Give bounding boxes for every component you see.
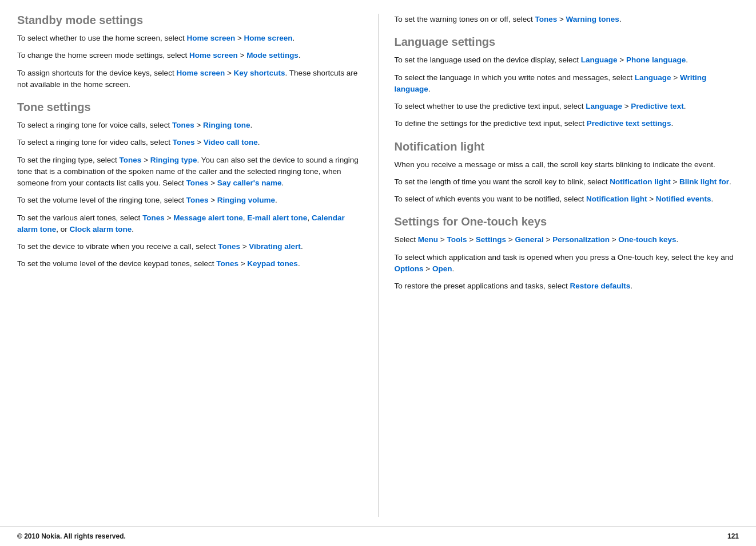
tone-p7: To set the volume level of the device ke…: [17, 258, 362, 270]
standby-p1: To select whether to use the home screen…: [17, 33, 362, 44]
link-tones-6[interactable]: Tones: [142, 213, 165, 222]
link-tones-2[interactable]: Tones: [173, 138, 195, 147]
link-one-touch-keys[interactable]: One-touch keys: [618, 235, 676, 244]
link-vibrating-alert[interactable]: Vibrating alert: [249, 242, 301, 251]
link-blink-light-for[interactable]: Blink light for: [679, 177, 729, 186]
link-restore-defaults[interactable]: Restore defaults: [570, 282, 630, 290]
tone-p5: To set the various alert tones, select T…: [17, 212, 362, 236]
tone-p3: To set the ringing type, select Tones > …: [17, 155, 362, 189]
link-language-1[interactable]: Language: [581, 56, 618, 64]
one-touch-keys-title: Settings for One-touch keys: [395, 215, 739, 228]
link-settings[interactable]: Settings: [476, 235, 506, 244]
link-notification-light-2[interactable]: Notification light: [586, 195, 647, 203]
link-tones-5[interactable]: Tones: [186, 196, 209, 204]
link-ringing-volume[interactable]: Ringing volume: [217, 196, 275, 204]
link-home-screen-4[interactable]: Home screen: [176, 69, 225, 77]
tone-settings-title: Tone settings: [17, 101, 362, 114]
copyright: © 2010 Nokia. All rights reserved.: [17, 532, 126, 540]
link-home-screen-2[interactable]: Home screen: [244, 34, 293, 42]
onetouch-p2: To select which application and task is …: [395, 252, 739, 275]
link-home-screen-3[interactable]: Home screen: [189, 51, 238, 60]
link-mode-settings[interactable]: Mode settings: [246, 51, 299, 60]
link-home-screen-1[interactable]: Home screen: [186, 34, 235, 42]
link-personalization[interactable]: Personalization: [552, 235, 610, 244]
tone-p4: To set the volume level of the ringing t…: [17, 195, 362, 206]
warning-tones-p: To set the warning tones on or off, sele…: [395, 14, 739, 25]
right-column: To set the warning tones on or off, sele…: [379, 14, 739, 517]
left-column: Standby mode settings To select whether …: [17, 14, 379, 517]
link-language-3[interactable]: Language: [586, 102, 622, 110]
link-notified-events[interactable]: Notified events: [656, 195, 711, 203]
link-notification-light-1[interactable]: Notification light: [610, 177, 670, 186]
notif-p3: To select of which events you want to be…: [395, 193, 739, 205]
link-ringing-tone[interactable]: Ringing tone: [203, 121, 250, 129]
link-say-callers-name[interactable]: Say caller's name: [217, 179, 282, 187]
link-ringing-type[interactable]: Ringing type: [150, 156, 197, 164]
page-number: 121: [727, 532, 739, 540]
tone-p6: To set the device to vibrate when you re…: [17, 241, 362, 252]
link-language-2[interactable]: Language: [635, 73, 671, 82]
link-tones-3[interactable]: Tones: [120, 156, 142, 164]
content-area: Standby mode settings To select whether …: [0, 0, 756, 526]
standby-mode-title: Standby mode settings: [17, 14, 362, 27]
link-phone-language[interactable]: Phone language: [626, 56, 686, 64]
link-email-alert-tone[interactable]: E-mail alert tone: [247, 213, 307, 222]
onetouch-p1: Select Menu > Tools > Settings > General…: [395, 234, 739, 246]
lang-p3: To select whether to use the predictive …: [395, 101, 739, 112]
link-message-alert-tone[interactable]: Message alert tone: [173, 213, 243, 222]
notification-light-title: Notification light: [395, 140, 739, 153]
lang-p4: To define the settings for the predictiv…: [395, 118, 739, 129]
link-tones-1[interactable]: Tones: [172, 121, 194, 129]
lang-p2: To select the language in which you writ…: [395, 72, 739, 96]
link-tones-7[interactable]: Tones: [218, 242, 240, 251]
link-predictive-text-settings[interactable]: Predictive text settings: [587, 119, 671, 128]
link-tones-4[interactable]: Tones: [186, 179, 209, 187]
footer: © 2010 Nokia. All rights reserved. 121: [0, 526, 756, 546]
link-clock-alarm-tone[interactable]: Clock alarm tone: [70, 225, 132, 234]
notif-p1: When you receive a message or miss a cal…: [395, 159, 739, 171]
link-predictive-text[interactable]: Predictive text: [631, 102, 683, 110]
link-keypad-tones[interactable]: Keypad tones: [247, 259, 298, 268]
link-tones-8[interactable]: Tones: [216, 259, 238, 268]
link-general[interactable]: General: [515, 235, 543, 244]
link-warning-tones[interactable]: Warning tones: [566, 15, 619, 23]
standby-p3: To assign shortcuts for the device keys,…: [17, 68, 362, 91]
tone-p2: To select a ringing tone for video calls…: [17, 137, 362, 148]
tone-p1: To select a ringing tone for voice calls…: [17, 120, 362, 131]
link-video-call-tone[interactable]: Video call tone: [204, 138, 258, 147]
link-options[interactable]: Options: [395, 264, 424, 273]
notif-p2: To set the length of time you want the s…: [395, 176, 739, 188]
page: Standby mode settings To select whether …: [0, 0, 756, 546]
standby-p2: To change the home screen mode settings,…: [17, 50, 362, 61]
link-key-shortcuts[interactable]: Key shortcuts: [234, 69, 285, 77]
lang-p1: To set the language used on the device d…: [395, 54, 739, 66]
link-tones-warning[interactable]: Tones: [535, 15, 557, 23]
onetouch-p3: To restore the preset applications and t…: [395, 280, 739, 292]
link-menu[interactable]: Menu: [418, 235, 438, 244]
link-open[interactable]: Open: [432, 264, 452, 273]
link-tools[interactable]: Tools: [447, 235, 467, 244]
language-settings-title: Language settings: [395, 35, 739, 49]
